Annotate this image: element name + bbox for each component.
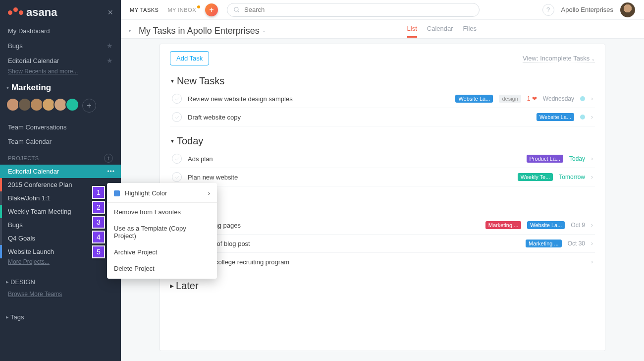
sidebar-fav-bugs[interactable]: Bugs★	[0, 38, 121, 53]
sidebar-tags[interactable]: ▶Tags	[0, 308, 121, 324]
view-tab-calendar[interactable]: Calendar	[427, 25, 453, 38]
chevron-right-icon[interactable]: ›	[591, 258, 593, 265]
heart-icon[interactable]: 1 ❤	[527, 95, 537, 102]
search-icon	[233, 6, 240, 13]
chevron-right-icon[interactable]: ›	[591, 222, 593, 229]
sidebar-team-calendar[interactable]: Team Calendar	[0, 134, 121, 149]
chevron-right-icon[interactable]: ›	[591, 114, 593, 120]
chevron-down-icon: ▼	[170, 138, 175, 144]
chevron-right-icon[interactable]: ›	[591, 155, 593, 162]
view-tab-files[interactable]: Files	[463, 25, 477, 38]
chevron-right-icon: ›	[208, 189, 210, 197]
team-heading-marketing[interactable]: ▼Marketing	[0, 78, 121, 96]
view-tab-list[interactable]: List	[407, 25, 417, 38]
user-avatar[interactable]	[620, 2, 635, 17]
logo: asana	[8, 6, 57, 19]
quick-add-button[interactable]: +	[205, 3, 218, 16]
task-row[interactable]: Edit landing pages Marketing ...Website …	[170, 216, 595, 235]
chevron-right-icon[interactable]: ›	[591, 95, 593, 102]
complete-checkbox[interactable]	[172, 154, 182, 164]
annotation-badge: 4	[92, 231, 105, 243]
chevron-right-icon: ▶	[170, 283, 174, 289]
task-tag[interactable]: Marketing ...	[526, 240, 562, 247]
task-tag[interactable]: Website La...	[527, 221, 565, 229]
task-name: Review new website design samples	[188, 95, 293, 103]
task-tag[interactable]: Product La...	[527, 155, 563, 163]
task-name: Plan new website	[188, 174, 238, 181]
task-name: Draft website copy	[188, 114, 241, 121]
star-icon[interactable]: ★	[107, 42, 113, 50]
task-due: Oct 9	[571, 222, 585, 229]
task-due: Tomorrow	[559, 174, 585, 180]
add-project-button[interactable]: +	[104, 154, 113, 163]
ctx-delete[interactable]: Delete Project	[107, 260, 217, 277]
star-icon[interactable]: ★	[107, 57, 113, 64]
add-task-button[interactable]: Add Task	[170, 51, 209, 65]
task-tag[interactable]: Website La...	[537, 113, 574, 121]
search-input[interactable]	[244, 6, 473, 13]
section-new-tasks[interactable]: ▼New Tasks	[170, 75, 595, 87]
chevron-right-icon: ▶	[6, 315, 8, 319]
chevron-right-icon[interactable]: ›	[591, 240, 593, 247]
task-name: Ads plan	[188, 155, 213, 163]
complete-checkbox[interactable]	[172, 94, 182, 104]
add-member-button[interactable]: +	[82, 99, 96, 113]
complete-checkbox[interactable]	[172, 112, 182, 122]
task-row[interactable]: First draft of blog post Marketing ...Oc…	[170, 235, 595, 253]
chevron-down-icon: ▼	[6, 86, 9, 90]
task-row[interactable]: Review new website design samples Websit…	[170, 90, 595, 108]
complete-checkbox[interactable]	[172, 172, 182, 182]
chevron-down-icon[interactable]: ▼	[128, 29, 132, 33]
assignee-dot-icon[interactable]	[580, 115, 585, 120]
task-due: Oct 30	[568, 240, 585, 247]
close-icon[interactable]: ×	[107, 7, 113, 18]
topbar: MY TASKS MY INBOX + ? Apollo Enterprises	[121, 0, 644, 20]
chevron-right-icon[interactable]: ›	[591, 174, 593, 180]
section-today[interactable]: ▼Today	[170, 135, 595, 147]
tab-my-tasks[interactable]: MY TASKS	[130, 7, 159, 13]
ctx-highlight-color[interactable]: Highlight Color ›	[107, 185, 217, 201]
more-dots-icon[interactable]: •••	[107, 168, 115, 175]
sidebar-my-dashboard[interactable]: My Dashboard	[0, 24, 121, 38]
task-tag[interactable]: Website La...	[455, 95, 493, 103]
annotation-badge: 5	[92, 245, 105, 258]
color-swatch-icon	[114, 190, 120, 196]
page-title: My Tasks in Apollo Enterprises⌄	[139, 26, 266, 36]
task-due: Wednesday	[543, 95, 574, 102]
task-row[interactable]: Draft website copy Website La... ›	[170, 108, 595, 126]
ctx-remove-favorite[interactable]: Remove from Favorites	[107, 204, 217, 220]
task-row[interactable]: Email for college recruiting program ›	[170, 253, 595, 271]
search-box[interactable]	[227, 3, 480, 17]
projects-heading: PROJECTS+	[0, 149, 121, 165]
sidebar-team-conversations[interactable]: Team Conversations	[0, 120, 121, 134]
annotation-callouts: 12345	[92, 186, 105, 260]
task-tag[interactable]: Marketing ...	[485, 221, 522, 229]
ctx-use-template[interactable]: Use as a Template (Copy Project)	[107, 220, 217, 244]
chevron-down-icon[interactable]: ⌄	[263, 29, 266, 33]
logo-text: asana	[26, 6, 57, 19]
chevron-down-icon: ▼	[170, 78, 175, 84]
sidebar-show-recents[interactable]: Show Recents and more...	[0, 68, 121, 78]
sidebar-browse-teams[interactable]: Browse More Teams	[0, 291, 121, 301]
help-button[interactable]: ?	[542, 4, 554, 16]
annotation-badge: 1	[92, 186, 105, 199]
project-context-menu: Highlight Color › Remove from Favorites …	[107, 183, 217, 279]
assignee-dot-icon[interactable]	[580, 96, 585, 101]
team-avatars: +	[0, 96, 121, 120]
view-selector[interactable]: View: Incomplete Tasks ⌄	[523, 55, 595, 62]
chevron-down-icon: ⌄	[591, 57, 595, 61]
avatar[interactable]	[65, 98, 79, 112]
workspace-switcher[interactable]: Apollo Enterprises	[561, 6, 614, 13]
task-tag[interactable]: design	[499, 95, 521, 103]
sidebar-fav-editorial[interactable]: Editorial Calendar★	[0, 53, 121, 68]
ctx-archive[interactable]: Archive Project	[107, 244, 217, 260]
sidebar-project[interactable]: Editorial Calendar•••	[0, 165, 121, 178]
team-heading-design[interactable]: ▶DESIGN	[0, 273, 121, 289]
task-row[interactable]: Plan new website Weekly Te...Tomorrow ›	[170, 168, 595, 186]
tab-my-inbox[interactable]: MY INBOX	[167, 7, 196, 13]
task-due: Today	[569, 155, 585, 162]
task-tag[interactable]: Weekly Te...	[518, 173, 553, 181]
notification-dot-icon	[197, 5, 200, 8]
section-later[interactable]: ▶Later	[170, 280, 595, 292]
task-row[interactable]: Ads plan Product La...Today ›	[170, 150, 595, 168]
